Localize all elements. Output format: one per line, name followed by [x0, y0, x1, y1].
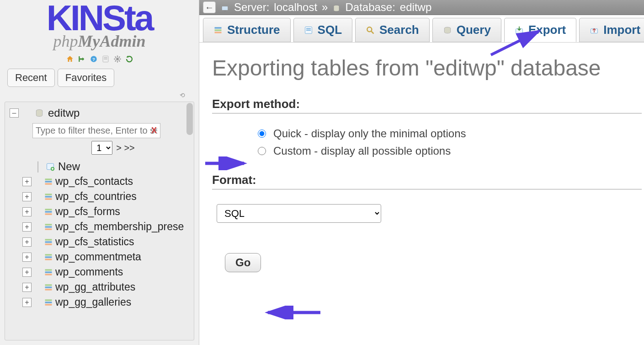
sql-tab-icon: [304, 26, 313, 35]
table-name[interactable]: wp_cfs_contacts: [55, 175, 133, 188]
table-name[interactable]: wp_cfs_statistics: [55, 236, 134, 248]
format-label: Format:: [212, 173, 642, 189]
svg-rect-27: [45, 224, 52, 225]
tab-label: SQL: [318, 23, 342, 37]
svg-rect-32: [45, 243, 52, 245]
go-button[interactable]: Go: [225, 253, 261, 272]
back-button[interactable]: ←: [203, 1, 216, 13]
table-name[interactable]: wp_cfs_forms: [55, 205, 120, 218]
database-name[interactable]: editwp: [48, 107, 80, 119]
table-icon: [43, 237, 53, 247]
database-icon: [332, 1, 341, 14]
table-row[interactable]: +wp_comments: [7, 264, 192, 280]
svg-point-6: [116, 58, 119, 60]
radio-quick[interactable]: [258, 129, 266, 138]
table-row[interactable]: +wp_cfs_countries: [7, 189, 192, 204]
tab-sql[interactable]: SQL: [293, 18, 352, 42]
table-row[interactable]: +wp_commentmeta: [7, 249, 192, 264]
tree-scrollbar[interactable]: [186, 103, 193, 135]
new-table-icon: [45, 162, 55, 172]
svg-rect-45: [222, 6, 228, 10]
search-icon: [366, 26, 375, 35]
svg-rect-19: [45, 181, 52, 182]
table-icon: [43, 267, 53, 277]
table-name[interactable]: wp_gg_attributes: [55, 281, 135, 293]
expand-icon[interactable]: +: [22, 253, 32, 262]
table-icon: [43, 192, 53, 202]
expand-icon[interactable]: +: [22, 237, 32, 247]
tab-export[interactable]: Export: [504, 18, 576, 42]
svg-line-11: [115, 57, 116, 58]
breadcrumb: ← Server: localhost » Database: editwp: [199, 0, 644, 15]
svg-rect-28: [45, 226, 52, 227]
breadcrumb-db-name[interactable]: editwp: [400, 1, 431, 14]
reload-icon[interactable]: [124, 54, 134, 64]
svg-rect-36: [45, 269, 52, 270]
collapse-panel-icon[interactable]: ⟲: [0, 92, 199, 102]
svg-rect-46: [224, 11, 226, 11]
clear-filter-icon[interactable]: X: [151, 126, 157, 135]
next-pages-link[interactable]: > >>: [116, 143, 135, 153]
expand-icon[interactable]: +: [22, 298, 32, 307]
expand-icon[interactable]: +: [22, 222, 32, 232]
new-table-link[interactable]: New: [58, 160, 80, 173]
table-row[interactable]: +wp_cfs_contacts: [7, 174, 192, 189]
export-method-label: Export method:: [212, 97, 642, 113]
format-select[interactable]: SQL: [217, 204, 381, 223]
svg-rect-25: [45, 211, 52, 212]
svg-rect-30: [45, 239, 52, 240]
home-icon[interactable]: [65, 54, 75, 64]
tab-structure[interactable]: Structure: [203, 18, 291, 42]
svg-line-55: [372, 31, 374, 33]
tab-label: Query: [457, 23, 491, 37]
gear-icon[interactable]: [112, 54, 122, 64]
table-name[interactable]: wp_gg_galleries: [55, 296, 131, 308]
tab-import[interactable]: Import: [579, 18, 644, 42]
svg-rect-21: [45, 194, 52, 195]
svg-rect-50: [215, 32, 222, 33]
help-icon[interactable]: ?: [89, 54, 99, 64]
table-row[interactable]: +wp_cfs_membership_prese: [7, 219, 192, 234]
svg-rect-33: [45, 254, 52, 255]
svg-text:?: ?: [92, 57, 95, 62]
breadcrumb-server-name[interactable]: localhost: [274, 1, 317, 14]
table-row[interactable]: +wp_cfs_statistics: [7, 234, 192, 249]
recent-button[interactable]: Recent: [7, 69, 55, 87]
radio-custom[interactable]: [258, 147, 266, 155]
table-name[interactable]: wp_cfs_countries: [55, 190, 137, 203]
expand-icon[interactable]: +: [22, 177, 32, 186]
collapse-db-icon[interactable]: –: [10, 108, 19, 118]
expand-icon[interactable]: +: [22, 192, 32, 201]
svg-rect-0: [79, 56, 80, 62]
expand-icon[interactable]: +: [22, 268, 32, 277]
svg-rect-43: [45, 302, 52, 303]
table-row[interactable]: +wp_gg_attributes: [7, 280, 192, 295]
favorites-button[interactable]: Favorites: [58, 69, 114, 87]
table-name[interactable]: wp_commentmeta: [55, 251, 141, 263]
filter-tables-input[interactable]: [32, 123, 160, 138]
logout-icon[interactable]: [77, 54, 87, 64]
tab-search[interactable]: Search: [355, 18, 430, 42]
table-name[interactable]: wp_cfs_membership_prese: [55, 221, 184, 233]
export-icon: [515, 26, 524, 35]
svg-line-14: [119, 57, 120, 58]
table-row[interactable]: +wp_cfs_forms: [7, 204, 192, 219]
svg-rect-26: [45, 213, 52, 215]
svg-rect-5: [104, 59, 107, 60]
export-method-custom[interactable]: Custom - display all possible options: [258, 145, 642, 157]
table-row[interactable]: +wp_gg_galleries: [7, 295, 192, 310]
logo-block: KINSta phpMyAdmin: [0, 0, 199, 51]
export-method-quick[interactable]: Quick - display only the minimal options: [258, 127, 642, 140]
tab-query[interactable]: Query: [432, 18, 501, 42]
tab-label: Export: [528, 23, 566, 37]
table-icon: [43, 222, 53, 232]
svg-line-12: [119, 60, 120, 61]
svg-rect-48: [215, 27, 222, 28]
tab-label: Structure: [227, 23, 280, 37]
page-select[interactable]: 1: [91, 141, 112, 155]
expand-icon[interactable]: +: [22, 283, 32, 292]
table-name[interactable]: wp_comments: [55, 266, 123, 278]
sql-icon[interactable]: [101, 54, 111, 64]
svg-rect-41: [45, 289, 52, 290]
expand-icon[interactable]: +: [22, 207, 32, 216]
